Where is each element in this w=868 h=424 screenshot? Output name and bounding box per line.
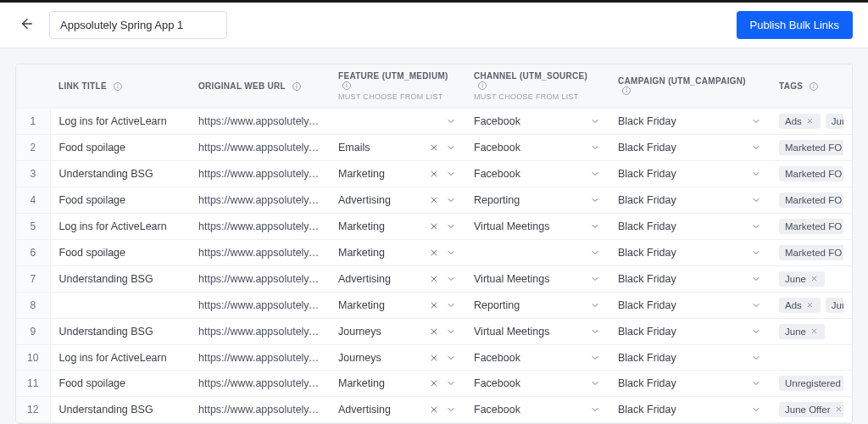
chevron-down-icon[interactable]: [445, 247, 457, 259]
tag-chip[interactable]: Ads: [779, 114, 821, 129]
tags-cell[interactable]: Marketed FO: [779, 140, 843, 155]
clear-icon[interactable]: [428, 168, 440, 180]
tags-cell[interactable]: Marketed FO: [779, 219, 843, 234]
chevron-down-icon[interactable]: [750, 115, 762, 127]
tag-chip[interactable]: Unregistered Blo: [779, 376, 843, 391]
clear-icon[interactable]: [428, 352, 440, 364]
campaign-dropdown[interactable]: Black Friday: [618, 377, 762, 389]
tags-cell[interactable]: June Offer: [779, 402, 843, 417]
tags-cell[interactable]: June: [779, 271, 843, 287]
cell-link-title[interactable]: Food spoilage: [50, 135, 190, 161]
chevron-down-icon[interactable]: [445, 273, 457, 285]
clear-icon[interactable]: [428, 377, 440, 389]
col-header-channel[interactable]: Channel (UTM_Source) Must Choose From Li…: [465, 64, 609, 109]
clear-icon[interactable]: [428, 247, 440, 259]
clear-icon[interactable]: [428, 194, 440, 206]
remove-tag-icon[interactable]: [810, 275, 819, 283]
tags-cell[interactable]: Marketed FO: [779, 166, 843, 181]
cell-link-title[interactable]: Understanding BSG: [50, 161, 190, 187]
tags-cell[interactable]: Ads June: [779, 114, 843, 129]
chevron-down-icon[interactable]: [445, 299, 457, 311]
chevron-down-icon[interactable]: [445, 220, 457, 232]
tag-chip[interactable]: June: [779, 271, 825, 287]
channel-dropdown[interactable]: Reporting: [474, 299, 601, 311]
channel-dropdown[interactable]: Facebook: [474, 142, 601, 153]
chevron-down-icon[interactable]: [750, 273, 762, 285]
tag-chip[interactable]: June: [826, 114, 843, 129]
campaign-dropdown[interactable]: Black Friday: [618, 168, 762, 180]
chevron-down-icon[interactable]: [589, 247, 601, 259]
tag-chip[interactable]: June Offer: [779, 402, 843, 417]
campaign-dropdown[interactable]: Black Friday: [618, 326, 762, 338]
cell-original-url[interactable]: https://www.appsolutely.com/pro: [190, 214, 330, 240]
chevron-down-icon[interactable]: [445, 326, 457, 338]
chevron-down-icon[interactable]: [750, 142, 762, 153]
col-header-campaign[interactable]: Campaign (UTM_Campaign): [609, 64, 771, 109]
campaign-dropdown[interactable]: Black Friday: [618, 142, 762, 153]
cell-link-title[interactable]: Log ins for ActiveLearn: [50, 345, 190, 371]
feature-dropdown[interactable]: Journeys: [338, 326, 457, 338]
clear-icon[interactable]: [428, 326, 440, 338]
chevron-down-icon[interactable]: [750, 326, 762, 338]
remove-tag-icon[interactable]: [835, 405, 843, 414]
feature-dropdown[interactable]: Marketing: [338, 220, 457, 232]
chevron-down-icon[interactable]: [589, 404, 601, 416]
feature-dropdown[interactable]: Advertising: [338, 404, 457, 416]
cell-original-url[interactable]: https://www.appsolutely.com/pro: [190, 293, 330, 319]
cell-link-title[interactable]: Understanding BSG: [50, 319, 190, 345]
cell-link-title[interactable]: Understanding BSG: [50, 397, 190, 423]
chevron-down-icon[interactable]: [445, 352, 457, 364]
channel-dropdown[interactable]: Virtual Meetings: [474, 326, 601, 338]
channel-dropdown[interactable]: Facebook: [474, 352, 601, 364]
cell-original-url[interactable]: https://www.appsolutely.com/pro: [190, 161, 330, 187]
cell-original-url[interactable]: https://www.appsolutely.com/pro: [190, 397, 330, 423]
tag-chip[interactable]: Marketed FO: [779, 192, 843, 208]
remove-tag-icon[interactable]: [810, 327, 819, 336]
tags-cell[interactable]: Marketed FO: [779, 192, 843, 208]
chevron-down-icon[interactable]: [750, 352, 762, 364]
chevron-down-icon[interactable]: [445, 404, 457, 416]
channel-dropdown[interactable]: Facebook: [474, 404, 601, 416]
chevron-down-icon[interactable]: [589, 194, 601, 206]
channel-dropdown[interactable]: Virtual Meetings: [474, 220, 601, 232]
channel-dropdown[interactable]: Reporting: [474, 194, 601, 206]
chevron-down-icon[interactable]: [445, 142, 457, 153]
campaign-dropdown[interactable]: Black Friday: [618, 404, 762, 416]
chevron-down-icon[interactable]: [750, 194, 762, 206]
clear-icon[interactable]: [428, 299, 440, 311]
tag-chip[interactable]: June: [779, 324, 825, 339]
cell-original-url[interactable]: https://www.appsolutely.com/pro: [190, 135, 330, 161]
col-header-tags[interactable]: Tags: [771, 64, 852, 109]
chevron-down-icon[interactable]: [750, 299, 762, 311]
col-header-original-url[interactable]: Original Web URL: [190, 64, 330, 109]
chevron-down-icon[interactable]: [589, 352, 601, 364]
channel-dropdown[interactable]: Facebook: [474, 377, 601, 389]
campaign-dropdown[interactable]: Black Friday: [618, 194, 762, 206]
clear-icon[interactable]: [428, 142, 440, 153]
tag-chip[interactable]: Marketed FO: [779, 140, 843, 155]
tags-cell[interactable]: Marketed FO: [779, 245, 843, 260]
back-button[interactable]: [15, 14, 39, 37]
cell-link-title[interactable]: Food spoilage: [50, 187, 190, 214]
cell-original-url[interactable]: https://www.appsolutely.com/pro: [190, 345, 330, 371]
campaign-dropdown[interactable]: Black Friday: [618, 273, 762, 285]
chevron-down-icon[interactable]: [750, 220, 762, 232]
tag-chip[interactable]: June: [826, 298, 843, 313]
chevron-down-icon[interactable]: [589, 377, 601, 389]
feature-dropdown[interactable]: Marketing: [338, 247, 457, 259]
feature-dropdown[interactable]: Advertising: [338, 273, 457, 285]
cell-original-url[interactable]: https://www.appsolutely.com/pro: [190, 266, 330, 293]
chevron-down-icon[interactable]: [589, 115, 601, 127]
campaign-dropdown[interactable]: Black Friday: [618, 352, 762, 364]
chevron-down-icon[interactable]: [589, 220, 601, 232]
cell-original-url[interactable]: https://www.appsolutely.com/pro: [190, 319, 330, 345]
col-header-feature[interactable]: Feature (UTM_Medium) Must Choose From Li…: [330, 64, 465, 109]
cell-original-url[interactable]: https://www.appsolutely.com/pro: [190, 187, 330, 214]
feature-dropdown[interactable]: Emails: [338, 142, 457, 153]
remove-tag-icon[interactable]: [806, 301, 815, 310]
campaign-dropdown[interactable]: Black Friday: [618, 220, 762, 232]
chevron-down-icon[interactable]: [445, 194, 457, 206]
channel-dropdown[interactable]: Virtual Meetings: [474, 273, 601, 285]
tags-cell[interactable]: June: [779, 324, 843, 339]
chevron-down-icon[interactable]: [445, 115, 457, 127]
